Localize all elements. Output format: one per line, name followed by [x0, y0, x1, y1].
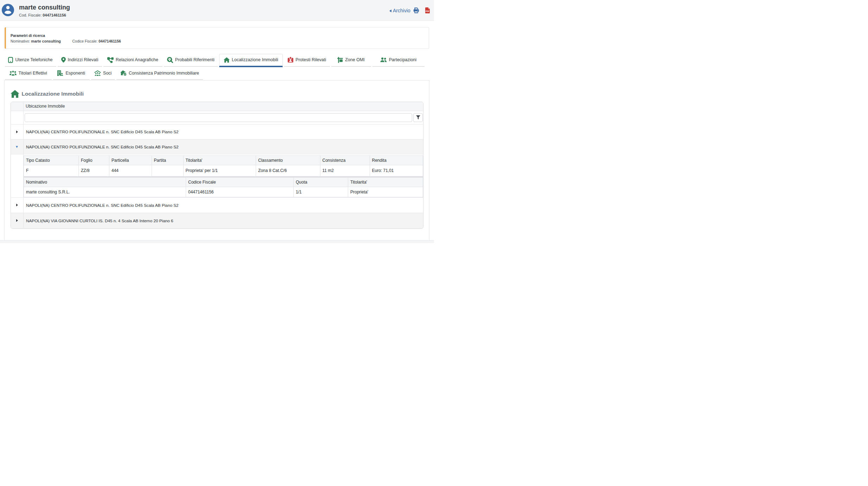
svg-text:PDF: PDF — [425, 10, 429, 12]
